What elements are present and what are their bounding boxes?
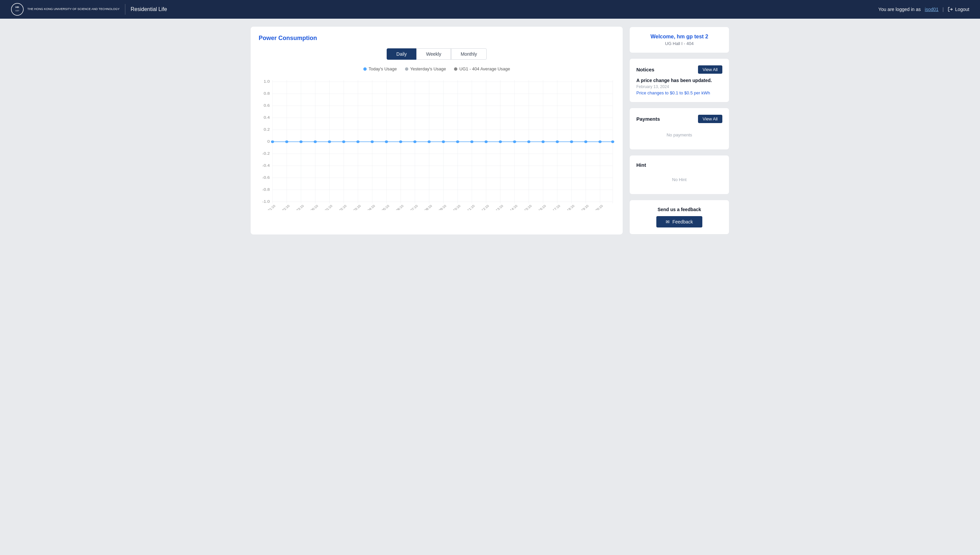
svg-text:HK: HK [15, 6, 19, 9]
svg-text:14:10: 14:10 [509, 204, 518, 210]
svg-point-71 [528, 140, 530, 143]
legend-average-dot [454, 67, 457, 71]
svg-point-77 [611, 140, 614, 143]
feedback-title: Send us a feedback [636, 207, 722, 212]
svg-text:10:10: 10:10 [452, 204, 462, 210]
svg-point-70 [513, 140, 516, 143]
svg-point-74 [570, 140, 573, 143]
svg-point-68 [484, 140, 488, 143]
username-link[interactable]: isod01 [925, 7, 938, 12]
logout-label: Logout [955, 7, 969, 12]
svg-text:UST: UST [15, 10, 19, 12]
svg-text:16:10: 16:10 [538, 204, 547, 210]
legend-yesterday-dot [405, 67, 408, 71]
right-panel: Welcome, hm gp test 2 UG Hall I - 404 No… [629, 27, 729, 234]
svg-text:-0.4: -0.4 [262, 164, 270, 168]
svg-text:20:10: 20:10 [595, 204, 604, 210]
svg-point-69 [499, 140, 502, 143]
svg-text:07:10: 07:10 [409, 204, 419, 210]
svg-text:00:10: 00:10 [310, 204, 319, 210]
svg-text:13:10: 13:10 [495, 204, 504, 210]
hint-empty: No Hint [636, 172, 722, 188]
logged-in-text: You are logged in as [878, 7, 921, 12]
svg-text:0.4: 0.4 [264, 115, 270, 120]
svg-text:1.0: 1.0 [264, 79, 270, 84]
svg-text:02:10: 02:10 [338, 204, 348, 210]
svg-text:0: 0 [267, 140, 270, 144]
svg-text:21:10: 21:10 [267, 204, 277, 210]
svg-text:0.2: 0.2 [264, 127, 270, 132]
legend-average: UG1 - 404 Average Usage [454, 66, 510, 71]
svg-text:15:10: 15:10 [523, 204, 533, 210]
feedback-button[interactable]: ✉ Feedback [656, 216, 702, 228]
svg-point-55 [299, 140, 302, 143]
svg-text:12:10: 12:10 [481, 204, 490, 210]
legend-yesterday: Yesterday's Usage [405, 66, 446, 71]
notices-title: Notices [636, 67, 654, 72]
svg-text:05:10: 05:10 [381, 204, 390, 210]
svg-point-65 [442, 140, 444, 143]
svg-point-76 [598, 140, 601, 143]
payments-card: Payments View All No payments [629, 108, 729, 150]
svg-text:23:10: 23:10 [296, 204, 305, 210]
welcome-name: Welcome, hm gp test 2 [636, 34, 722, 40]
svg-point-61 [385, 140, 388, 143]
welcome-room: UG Hall I - 404 [636, 41, 722, 46]
svg-text:08:10: 08:10 [424, 204, 433, 210]
payments-view-all-button[interactable]: View All [698, 115, 722, 123]
payments-header: Payments View All [636, 115, 722, 123]
separator: | [943, 7, 944, 12]
university-name: THE HONG KONG UNIVERSITY OF SCIENCE AND … [27, 7, 120, 11]
tab-monthly[interactable]: Monthly [451, 48, 487, 60]
notice-date: February 13, 2024 [636, 84, 722, 89]
main-layout: Power Consumption Daily Weekly Monthly T… [240, 19, 740, 242]
university-logo-icon: HK UST [11, 3, 24, 16]
svg-point-67 [470, 140, 473, 143]
tab-daily[interactable]: Daily [387, 48, 416, 60]
svg-point-75 [584, 140, 587, 143]
feedback-icon: ✉ [666, 219, 670, 225]
svg-text:19:10: 19:10 [580, 204, 590, 210]
svg-point-64 [428, 140, 431, 143]
chart-container: 1.0 0.8 0.6 0.4 0.2 0 -0.2 -0.4 -0.6 -0.… [259, 77, 615, 210]
logout-icon [948, 7, 953, 12]
header: HK UST THE HONG KONG UNIVERSITY OF SCIEN… [0, 0, 980, 19]
svg-text:-0.2: -0.2 [262, 151, 270, 156]
svg-text:18:10: 18:10 [566, 204, 576, 210]
app-title: Residential Life [131, 6, 167, 12]
tab-group: Daily Weekly Monthly [259, 48, 615, 60]
notices-view-all-button[interactable]: View All [698, 66, 722, 74]
legend-yesterday-label: Yesterday's Usage [410, 66, 446, 71]
svg-point-1 [11, 3, 23, 15]
chart-panel: Power Consumption Daily Weekly Monthly T… [251, 27, 623, 234]
notice-description: Price changes to $0.1 to $0.5 per kWh [636, 90, 722, 95]
svg-point-62 [399, 140, 402, 143]
header-right: You are logged in as isod01 | Logout [878, 7, 969, 12]
logout-button[interactable]: Logout [948, 7, 969, 12]
hint-card: Hint No Hint [629, 155, 729, 194]
notice-title: A price change has been updated. [636, 78, 722, 83]
notices-card: Notices View All A price change has been… [629, 58, 729, 103]
svg-text:-0.8: -0.8 [262, 188, 270, 192]
feedback-card: Send us a feedback ✉ Feedback [629, 200, 729, 234]
svg-text:01:10: 01:10 [324, 204, 333, 210]
svg-text:0.6: 0.6 [264, 103, 270, 108]
svg-point-72 [541, 140, 544, 143]
svg-text:22:10: 22:10 [281, 204, 291, 210]
svg-point-73 [556, 140, 559, 143]
legend-today-label: Today's Usage [369, 66, 397, 71]
notices-header: Notices View All [636, 66, 722, 74]
hint-title: Hint [636, 162, 646, 168]
logo-area: HK UST THE HONG KONG UNIVERSITY OF SCIEN… [11, 3, 120, 16]
tab-weekly[interactable]: Weekly [416, 48, 451, 60]
svg-text:09:10: 09:10 [438, 204, 447, 210]
svg-text:-0.6: -0.6 [262, 175, 270, 180]
svg-text:0.8: 0.8 [264, 91, 270, 96]
chart-title: Power Consumption [259, 35, 615, 42]
svg-text:03:10: 03:10 [353, 204, 362, 210]
chart-svg: 1.0 0.8 0.6 0.4 0.2 0 -0.2 -0.4 -0.6 -0.… [259, 77, 615, 210]
svg-point-58 [342, 140, 345, 143]
svg-point-59 [357, 140, 359, 143]
welcome-card: Welcome, hm gp test 2 UG Hall I - 404 [629, 27, 729, 53]
feedback-button-label: Feedback [672, 219, 693, 225]
